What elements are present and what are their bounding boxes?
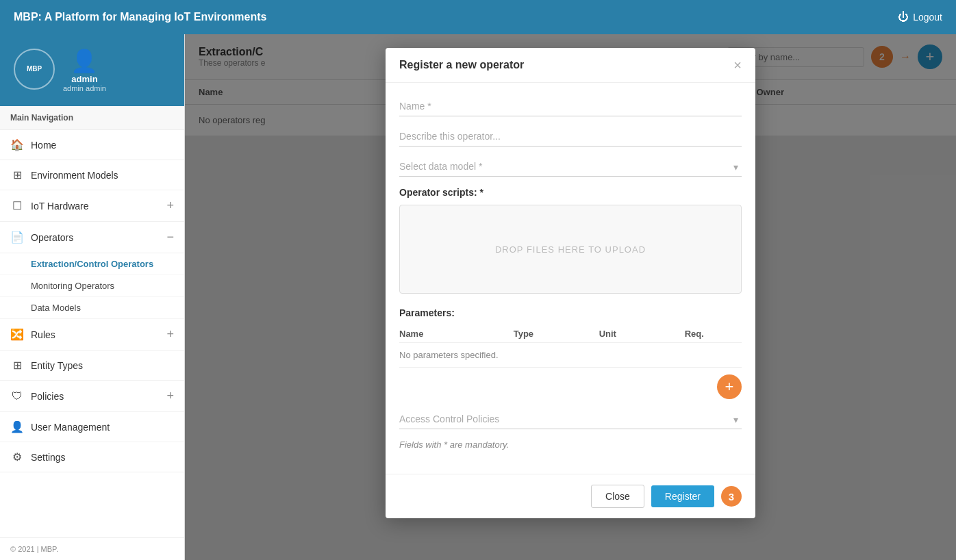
step-badge-3: 3 <box>721 486 742 507</box>
mandatory-note: Fields with * are mandatory. <box>399 440 742 450</box>
sidebar-item-home[interactable]: 🏠 Home <box>0 130 184 160</box>
nav-header: Main Navigation <box>0 106 184 130</box>
data-model-field: Select data model * ▾ <box>399 157 742 177</box>
modal-title: Register a new operator <box>399 59 524 71</box>
register-operator-modal: Register a new operator × <box>386 48 755 518</box>
content-area: Extraction/C These operators e 2 → + Nam… <box>185 34 956 560</box>
access-control-select[interactable]: Access Control Policies <box>399 409 742 429</box>
param-col-req: Req. <box>685 329 742 339</box>
operators-icon: 📄 <box>10 231 24 244</box>
sidebar-item-settings[interactable]: ⚙ Settings <box>0 442 184 472</box>
user-avatar-icon: 👤 <box>63 48 106 74</box>
register-button[interactable]: Register <box>651 485 714 507</box>
expand-icon: + <box>166 199 174 213</box>
sidebar-item-entity-types[interactable]: ⊞ Entity Types <box>0 351 184 381</box>
sidebar-item-operators[interactable]: 📄 Operators − <box>0 222 184 253</box>
sidebar-logo: MBP <box>14 49 55 92</box>
description-field <box>399 127 742 147</box>
name-field <box>399 97 742 116</box>
close-modal-button[interactable]: Close <box>591 485 644 508</box>
sidebar-sub-extraction-operators[interactable]: Extraction/Control Operators <box>0 253 184 275</box>
sidebar-sub-data-models[interactable]: Data Models <box>0 297 184 319</box>
sidebar-item-label: IoT Hardware <box>31 201 89 212</box>
modal-header: Register a new operator × <box>386 48 755 83</box>
modal-footer: Close Register 3 <box>386 474 755 518</box>
top-header: MBP: A Platform for Managing IoT Environ… <box>0 0 956 34</box>
sidebar-item-label: User Management <box>31 422 110 433</box>
file-drop-zone[interactable]: DROP FILES HERE TO UPLOAD <box>399 205 742 294</box>
param-col-name: Name <box>399 329 514 339</box>
sidebar-footer: © 2021 | MBP. <box>0 537 184 560</box>
modal-close-button[interactable]: × <box>733 58 742 72</box>
modal-overlay: Register a new operator × <box>185 34 956 560</box>
sub-item-label: Extraction/Control Operators <box>31 259 153 269</box>
access-control-field: Access Control Policies ▾ <box>399 409 742 429</box>
collapse-icon: − <box>166 230 174 244</box>
user-role: admin admin <box>63 84 106 92</box>
sidebar: MBP 👤 admin admin admin Main Navigation … <box>0 34 185 560</box>
sidebar-item-label: Home <box>31 140 56 151</box>
param-col-type: Type <box>514 329 599 339</box>
scripts-label: Operator scripts: * <box>399 187 742 198</box>
sidebar-item-label: Rules <box>31 329 55 340</box>
sidebar-item-label: Operators <box>31 232 73 243</box>
iot-hardware-icon: ☐ <box>10 199 24 212</box>
params-empty-message: No parameters specified. <box>399 343 742 368</box>
sidebar-user: MBP 👤 admin admin admin <box>0 34 184 106</box>
home-icon: 🏠 <box>10 138 24 151</box>
params-add-row: + <box>399 374 742 399</box>
data-model-select[interactable]: Select data model * <box>399 157 742 177</box>
modal-body: Select data model * ▾ Operator scripts: … <box>386 83 755 474</box>
sidebar-item-label: Entity Types <box>31 360 83 371</box>
sidebar-item-policies[interactable]: 🛡 Policies + <box>0 381 184 412</box>
footer-text: © 2021 | MBP. <box>10 545 58 553</box>
add-parameter-button[interactable]: + <box>717 374 742 399</box>
rules-icon: 🔀 <box>10 328 24 341</box>
sidebar-item-label: Environment Models <box>31 170 118 181</box>
parameters-section: Parameters: Name Type Unit Req. No param… <box>399 307 742 399</box>
scripts-field: Operator scripts: * DROP FILES HERE TO U… <box>399 187 742 294</box>
env-models-icon: ⊞ <box>10 168 24 181</box>
name-input[interactable] <box>399 97 742 116</box>
sub-item-label: Data Models <box>31 303 81 313</box>
expand-icon: + <box>166 389 174 403</box>
drop-zone-text: DROP FILES HERE TO UPLOAD <box>495 244 646 255</box>
sidebar-item-label: Settings <box>31 452 66 463</box>
user-mgmt-icon: 👤 <box>10 420 24 433</box>
logo-circle: MBP <box>14 49 55 90</box>
sidebar-item-iot-hardware[interactable]: ☐ IoT Hardware + <box>0 190 184 222</box>
sub-item-label: Monitoring Operators <box>31 281 114 291</box>
settings-icon: ⚙ <box>10 450 24 463</box>
sidebar-item-rules[interactable]: 🔀 Rules + <box>0 319 184 351</box>
logout-button[interactable]: ⏻ Logout <box>898 11 942 23</box>
parameters-label: Parameters: <box>399 307 742 318</box>
user-info: 👤 admin admin admin <box>63 48 106 92</box>
app-title: MBP: A Platform for Managing IoT Environ… <box>14 11 267 23</box>
main-layout: MBP 👤 admin admin admin Main Navigation … <box>0 34 956 560</box>
entity-types-icon: ⊞ <box>10 359 24 372</box>
sidebar-item-label: Policies <box>31 391 64 402</box>
sidebar-item-environment-models[interactable]: ⊞ Environment Models <box>0 160 184 190</box>
sidebar-sub-monitoring-operators[interactable]: Monitoring Operators <box>0 275 184 297</box>
description-input[interactable] <box>399 127 742 147</box>
power-icon: ⏻ <box>898 11 909 23</box>
expand-icon: + <box>166 327 174 342</box>
access-arrow-icon: ▾ <box>733 414 738 425</box>
logout-label: Logout <box>913 12 942 23</box>
sidebar-item-user-management[interactable]: 👤 User Management <box>0 412 184 442</box>
policies-icon: 🛡 <box>10 390 24 403</box>
params-table-header: Name Type Unit Req. <box>399 325 742 343</box>
user-name: admin <box>63 74 106 84</box>
param-col-unit: Unit <box>599 329 685 339</box>
